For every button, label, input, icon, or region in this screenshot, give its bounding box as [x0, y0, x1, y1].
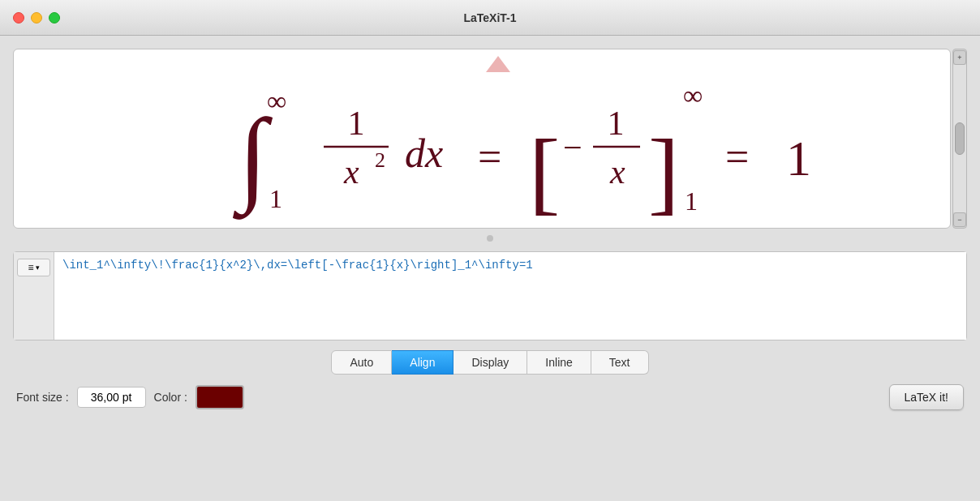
scroll-up-button[interactable]: +	[953, 50, 966, 65]
minimize-button[interactable]	[31, 12, 42, 24]
hamburger-icon: ≡	[28, 262, 33, 273]
editor-container: ≡ ▾ \int_1^\infty\!\frac{1}{x^2}\,dx=\le…	[13, 251, 967, 340]
editor-gutter: ≡ ▾	[14, 252, 54, 340]
svg-text:1: 1	[786, 131, 811, 186]
window-title: LaTeXiT-1	[463, 11, 516, 24]
svg-text:[: [	[529, 121, 560, 224]
mode-display-button[interactable]: Display	[453, 350, 527, 375]
svg-text:dx: dx	[405, 131, 443, 176]
font-size-input[interactable]	[77, 387, 146, 408]
svg-text:x: x	[343, 153, 359, 191]
latex-it-button[interactable]: LaTeX it!	[889, 384, 964, 410]
color-picker-button[interactable]	[196, 385, 244, 409]
mode-align-button[interactable]: Align	[392, 350, 453, 375]
scroll-track	[953, 65, 966, 212]
svg-text:=: =	[725, 134, 749, 180]
mode-inline-button[interactable]: Inline	[527, 350, 591, 375]
close-button[interactable]	[13, 12, 24, 24]
resize-handle-dot[interactable]	[487, 235, 493, 242]
font-size-label: Font size :	[16, 391, 69, 404]
math-formula-svg: ∫ 1 ∞ 1 x 2 dx = [ −	[149, 49, 815, 228]
svg-text:]: ]	[648, 121, 679, 224]
preview-container: ∫ 1 ∞ 1 x 2 dx = [ −	[13, 49, 967, 229]
editor-menu-button[interactable]: ≡ ▾	[17, 259, 50, 276]
svg-text:−: −	[563, 129, 582, 166]
svg-marker-0	[486, 56, 510, 72]
svg-text:x: x	[609, 153, 625, 191]
color-label: Color :	[154, 391, 187, 404]
preview-scrollbar[interactable]: + −	[952, 49, 967, 229]
mode-buttons: Auto Align Display Inline Text	[13, 350, 967, 375]
svg-text:2: 2	[375, 148, 385, 172]
scroll-handle[interactable]	[955, 122, 965, 155]
dot-indicator	[13, 235, 967, 242]
svg-text:1: 1	[348, 105, 365, 142]
svg-text:∞: ∞	[267, 86, 286, 116]
svg-text:1: 1	[685, 186, 698, 216]
svg-text:1: 1	[269, 184, 282, 213]
preview-area: ∫ 1 ∞ 1 x 2 dx = [ −	[13, 49, 951, 229]
svg-text:∞: ∞	[683, 80, 703, 110]
traffic-lights	[13, 12, 60, 24]
latex-editor[interactable]: \int_1^\infty\!\frac{1}{x^2}\,dx=\left[-…	[54, 252, 966, 340]
main-content: ∫ 1 ∞ 1 x 2 dx = [ −	[0, 36, 980, 501]
svg-text:=: =	[478, 134, 501, 180]
bottom-bar: Font size : Color : LaTeX it!	[13, 384, 967, 410]
maximize-button[interactable]	[49, 12, 60, 24]
mode-auto-button[interactable]: Auto	[331, 350, 392, 375]
titlebar: LaTeXiT-1	[0, 0, 980, 36]
mode-text-button[interactable]: Text	[591, 350, 649, 375]
svg-text:1: 1	[608, 105, 625, 142]
scroll-down-button[interactable]: −	[953, 212, 966, 227]
chevron-down-icon: ▾	[36, 263, 40, 272]
